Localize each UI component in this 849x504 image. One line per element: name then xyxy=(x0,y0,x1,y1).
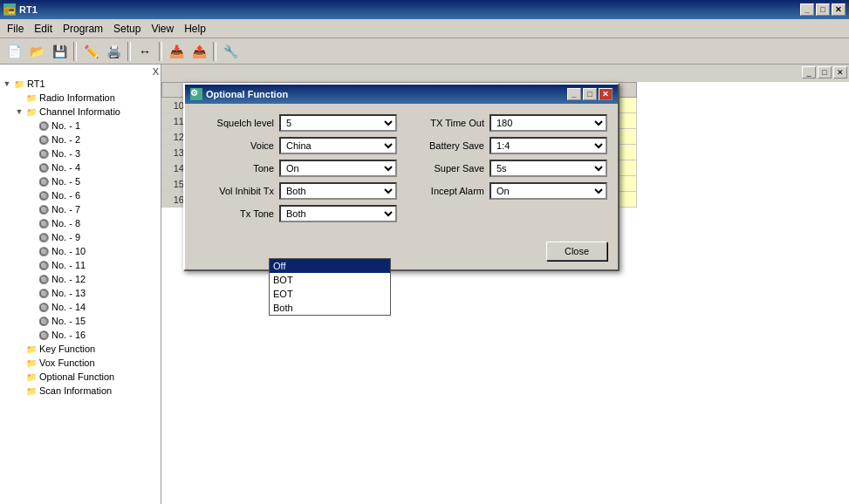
right-fields: TX Time Out 306090120150180Off Battery S… xyxy=(406,114,607,228)
upload-button[interactable]: 📤 xyxy=(188,42,209,61)
tx-tone-label: Tx Tone xyxy=(195,208,274,219)
dropdown-item-off[interactable]: Off xyxy=(270,259,390,273)
expand-icon xyxy=(26,162,37,173)
sidebar-label: No. - 8 xyxy=(51,218,80,228)
title-bar-buttons: _ □ ✕ xyxy=(800,3,846,16)
sidebar-label: Radio Information xyxy=(39,92,115,103)
sidebar-item-channel[interactable]: ▼📁Channel Informatio xyxy=(2,105,159,119)
sidebar: X ▼📁RT1 📁Radio Information▼📁Channel Info… xyxy=(0,65,161,504)
expand-icon xyxy=(14,371,24,382)
leaf-icon: 🔘 xyxy=(38,161,50,174)
battery-save-select[interactable]: Off1:41:8 xyxy=(490,137,607,154)
leaf-icon: 🔘 xyxy=(38,315,50,327)
app-title: RT1 xyxy=(19,4,38,15)
squelch-select[interactable]: 123456789 xyxy=(279,114,397,132)
download-button[interactable]: 📥 xyxy=(166,42,187,61)
sidebar-close[interactable]: X xyxy=(2,66,159,77)
new-button[interactable]: 📄 xyxy=(3,42,24,61)
sidebar-item-scan[interactable]: 📁Scan Information xyxy=(2,384,159,398)
sidebar-item-no13[interactable]: 🔘No. - 13 xyxy=(2,286,159,300)
menu-edit[interactable]: Edit xyxy=(29,21,58,37)
dialog-footer: Close xyxy=(185,238,618,269)
menu-program[interactable]: Program xyxy=(58,21,108,37)
sidebar-item-no14[interactable]: 🔘No. - 14 xyxy=(2,300,159,314)
sidebar-item-key[interactable]: 📁Key Function xyxy=(2,342,159,356)
sidebar-item-no5[interactable]: 🔘No. - 5 xyxy=(2,174,159,188)
incept-alarm-select[interactable]: OffOn xyxy=(490,182,607,200)
dialog-minimize[interactable]: _ xyxy=(567,88,581,100)
edit-button[interactable]: ✏️ xyxy=(80,42,101,61)
menu-help[interactable]: Help xyxy=(179,21,211,37)
incept-alarm-row: Incept Alarm OffOn xyxy=(406,182,607,200)
expand-icon xyxy=(26,246,37,256)
close-button[interactable]: ✕ xyxy=(832,3,846,16)
expand-icon: ▼ xyxy=(2,78,12,89)
dialog-icon: ⚙ xyxy=(190,88,202,100)
right-maximize[interactable]: □ xyxy=(818,66,832,78)
tx-timeout-label: TX Time Out xyxy=(406,118,484,128)
menu-setup[interactable]: Setup xyxy=(108,21,146,37)
menu-file[interactable]: File xyxy=(2,21,29,37)
sidebar-item-no16[interactable]: 🔘No. - 16 xyxy=(2,328,159,342)
expand-icon xyxy=(26,148,37,159)
sidebar-item-no12[interactable]: 🔘No. - 12 xyxy=(2,272,159,286)
sidebar-item-no10[interactable]: 🔘No. - 10 xyxy=(2,244,159,258)
sidebar-item-no6[interactable]: 🔘No. - 6 xyxy=(2,188,159,202)
sidebar-label: Vox Function xyxy=(39,358,95,368)
sidebar-item-optional[interactable]: 📁Optional Function xyxy=(2,370,159,384)
expand-icon xyxy=(26,120,37,131)
voice-select[interactable]: OffChinaEnglish xyxy=(279,137,397,154)
leaf-icon: 🔘 xyxy=(38,273,50,285)
leaf-icon: 🔘 xyxy=(38,259,50,271)
sidebar-item-rt1[interactable]: ▼📁RT1 xyxy=(2,77,159,91)
open-button[interactable]: 📂 xyxy=(26,42,47,61)
save-button[interactable]: 💾 xyxy=(49,42,70,61)
sidebar-item-no7[interactable]: 🔘No. - 7 xyxy=(2,202,159,216)
sidebar-label: No. - 2 xyxy=(51,134,80,145)
battery-save-row: Battery Save Off1:41:8 xyxy=(406,137,607,154)
expand-icon xyxy=(14,358,24,368)
dropdown-item-eot[interactable]: EOT xyxy=(270,287,390,301)
transfer-button[interactable]: ↔️ xyxy=(134,42,155,61)
super-save-select[interactable]: Off5s10s xyxy=(490,160,607,177)
sidebar-item-no1[interactable]: 🔘No. - 1 xyxy=(2,119,159,133)
right-close[interactable]: ✕ xyxy=(833,66,847,78)
sidebar-item-no2[interactable]: 🔘No. - 2 xyxy=(2,133,159,146)
dropdown-item-bot[interactable]: BOT xyxy=(270,273,390,287)
sidebar-item-no3[interactable]: 🔘No. - 3 xyxy=(2,146,159,160)
sidebar-item-radio[interactable]: 📁Radio Information xyxy=(2,91,159,105)
dropdown-item-both[interactable]: Both xyxy=(270,301,390,315)
expand-icon xyxy=(26,330,37,340)
dialog-close[interactable]: ✕ xyxy=(599,88,613,100)
maximize-button[interactable]: □ xyxy=(816,3,830,16)
sidebar-label: No. - 16 xyxy=(51,330,86,340)
folder-icon: 📁 xyxy=(25,371,38,383)
dialog-maximize[interactable]: □ xyxy=(583,88,597,100)
print-button[interactable]: 🖨️ xyxy=(103,42,124,61)
tx-timeout-select[interactable]: 306090120150180Off xyxy=(490,114,607,132)
leaf-icon: 🔘 xyxy=(38,301,50,313)
vol-inhibit-wrapper: OffOnBoth xyxy=(279,182,397,200)
folder-icon: 📁 xyxy=(25,343,38,355)
incept-alarm-label: Incept Alarm xyxy=(406,186,484,196)
leaf-icon: 🔘 xyxy=(38,119,50,132)
sidebar-item-no8[interactable]: 🔘No. - 8 xyxy=(2,216,159,230)
sidebar-item-no11[interactable]: 🔘No. - 11 xyxy=(2,258,159,272)
sidebar-label: No. - 10 xyxy=(51,246,86,256)
tools-button[interactable]: 🔧 xyxy=(220,42,241,61)
sidebar-item-no9[interactable]: 🔘No. - 9 xyxy=(2,230,159,244)
sidebar-item-vox[interactable]: 📁Vox Function xyxy=(2,356,159,370)
close-dialog-button[interactable]: Close xyxy=(546,242,607,261)
expand-icon xyxy=(26,232,37,242)
super-save-wrapper: Off5s10s xyxy=(490,160,607,177)
leaf-icon: 🔘 xyxy=(38,287,50,299)
menu-view[interactable]: View xyxy=(146,21,179,37)
tx-tone-select[interactable]: OffBOTEOTBoth xyxy=(279,205,397,222)
tone-select[interactable]: OffOn xyxy=(279,160,397,177)
vol-inhibit-select[interactable]: OffOnBoth xyxy=(279,182,397,200)
toolbar-sep-4 xyxy=(213,42,216,61)
sidebar-item-no4[interactable]: 🔘No. - 4 xyxy=(2,160,159,174)
minimize-button[interactable]: _ xyxy=(800,3,814,16)
right-minimize[interactable]: _ xyxy=(802,66,816,78)
sidebar-item-no15[interactable]: 🔘No. - 15 xyxy=(2,314,159,328)
